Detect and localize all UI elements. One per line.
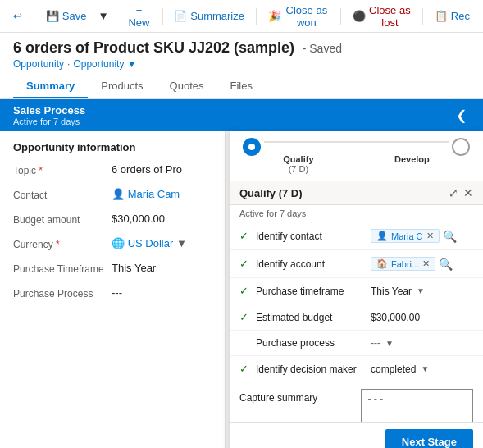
back-icon: ↩	[13, 10, 22, 22]
sales-process-bar: Sales Process Active for 7 days ❮	[0, 99, 483, 131]
stage-progress	[243, 138, 470, 156]
contact-tag[interactable]: 👤 Maria C ✕	[371, 229, 440, 243]
check-purchase-process: Purchase process --- ▼	[230, 331, 483, 356]
stage-line	[264, 141, 449, 143]
left-panel: Opportunity information Topic * 6 orders…	[0, 131, 226, 448]
purchase-process-value: ---	[112, 286, 212, 299]
field-contact: Contact 👤 Maria Cam	[13, 188, 212, 201]
right-panel: Qualify (7 D) Develop Qualify (7 D) ⤢ ✕ …	[229, 131, 483, 448]
check-icon: ✓	[239, 363, 256, 375]
next-stage-button[interactable]: Next Stage	[385, 429, 473, 448]
field-purchase-process: Purchase Process ---	[13, 286, 212, 299]
check-identify-decision-maker: ✓ Identify decision maker completed ▼	[230, 356, 483, 382]
chevron-down-icon: ▼	[385, 339, 394, 348]
check-identify-account: ✓ Identify account 🏠 Fabri... ✕ 🔍	[230, 250, 483, 278]
breadcrumb-opportunity2-link[interactable]: Opportunity	[73, 58, 124, 70]
collapse-button[interactable]: ❮	[453, 107, 470, 123]
contact-value: 👤 Maria Cam	[112, 188, 212, 200]
check-estimated-budget: ✓ Estimated budget $30,000.00	[230, 304, 483, 331]
back-button[interactable]: ↩	[7, 7, 29, 25]
close-won-button[interactable]: 🎉 Close as won	[262, 1, 335, 32]
divider	[34, 8, 34, 25]
check-purchase-timeframe: ✓ Purchase timeframe This Year ▼	[230, 278, 483, 304]
checklist: ✓ Identify contact 👤 Maria C ✕ 🔍 ✓ Ident…	[230, 222, 483, 422]
stage-qualify	[243, 138, 261, 156]
rec-icon: 📋	[435, 10, 448, 22]
divider3	[162, 8, 163, 25]
stage-header: Qualify (7 D) Develop	[230, 131, 483, 181]
person-icon-small: 👤	[376, 231, 388, 241]
rec-button[interactable]: 📋 Rec	[428, 7, 476, 25]
chevron-down-icon: ▼	[417, 286, 425, 295]
field-purchase-timeframe: Purchase Timeframe This Year	[13, 262, 212, 275]
field-topic: Topic * 6 orders of Pro	[13, 163, 212, 176]
check-icon: ✓	[239, 230, 256, 242]
main-content: Opportunity information Topic * 6 orders…	[0, 131, 483, 448]
qualify-header: Qualify (7 D) ⤢ ✕	[230, 181, 483, 205]
close-won-icon: 🎉	[268, 10, 281, 22]
search-account-button[interactable]: 🔍	[439, 258, 453, 271]
qualify-circle	[243, 138, 261, 156]
tab-products[interactable]: Products	[88, 75, 156, 98]
save-icon: 💾	[46, 10, 59, 22]
page-title: 6 orders of Product SKU JJ202 (sample) -…	[13, 39, 470, 57]
check-icon: ✓	[239, 285, 256, 297]
currency-link[interactable]: US Dollar	[128, 237, 174, 249]
develop-circle	[452, 138, 470, 156]
save-dropdown-button[interactable]: ▼	[96, 7, 110, 25]
divider5	[340, 8, 341, 25]
stage-develop	[452, 138, 470, 156]
remove-contact-button[interactable]: ✕	[426, 231, 434, 241]
check-identify-contact: ✓ Identify contact 👤 Maria C ✕ 🔍	[230, 222, 483, 250]
close-panel-button[interactable]: ✕	[463, 186, 473, 199]
close-lost-button[interactable]: ⚫ Close as lost	[346, 1, 417, 32]
capture-summary-row: Capture summary	[230, 382, 483, 422]
section-title: Opportunity information	[13, 141, 212, 153]
toolbar: ↩ 💾 Save ▼ + New 📄 Summarize 🎉 Close as …	[0, 0, 483, 33]
field-budget: Budget amount $30,000.00	[13, 213, 212, 226]
tab-summary[interactable]: Summary	[13, 75, 88, 98]
new-button[interactable]: + New	[121, 1, 157, 32]
summarize-button[interactable]: 📄 Summarize	[167, 7, 251, 25]
tab-files[interactable]: Files	[216, 75, 265, 98]
breadcrumb: Opportunity · Opportunity ▼	[13, 58, 470, 70]
tab-quotes[interactable]: Quotes	[157, 75, 217, 98]
remove-account-button[interactable]: ✕	[422, 258, 430, 269]
field-currency: Currency * 🌐 US Dollar ▼	[13, 237, 212, 250]
account-tag[interactable]: 🏠 Fabri... ✕	[371, 257, 435, 271]
globe-icon: 🌐	[112, 237, 125, 249]
summarize-icon: 📄	[174, 10, 187, 22]
contact-link[interactable]: Maria Cam	[128, 188, 180, 200]
expand-button[interactable]: ⤢	[449, 186, 458, 199]
person-icon: 👤	[112, 188, 125, 200]
purchase-timeframe-value: This Year	[112, 262, 212, 274]
page-header: 6 orders of Product SKU JJ202 (sample) -…	[0, 33, 483, 99]
divider6	[422, 8, 423, 25]
check-icon: ✓	[239, 311, 256, 323]
building-icon: 🏠	[376, 258, 388, 269]
search-contact-button[interactable]: 🔍	[443, 230, 457, 243]
chevron-down-icon: ▼	[421, 364, 429, 373]
capture-summary-input[interactable]	[361, 389, 473, 422]
topic-value: 6 orders of Pro	[112, 163, 212, 176]
tab-nav: Summary Products Quotes Files	[13, 75, 470, 98]
chevron-down-icon: ▼	[176, 237, 187, 249]
save-button[interactable]: 💾 Save	[39, 7, 93, 25]
active-tag: Active for 7 days	[230, 205, 483, 222]
close-lost-icon: ⚫	[353, 10, 366, 22]
check-icon: ✓	[239, 258, 256, 270]
breadcrumb-opportunity-link[interactable]: Opportunity	[13, 58, 64, 70]
flyout-footer: Next Stage	[230, 422, 483, 448]
budget-value: $30,000.00	[112, 213, 212, 225]
divider2	[116, 8, 116, 25]
currency-value: 🌐 US Dollar ▼	[112, 237, 212, 249]
divider4	[256, 8, 257, 25]
